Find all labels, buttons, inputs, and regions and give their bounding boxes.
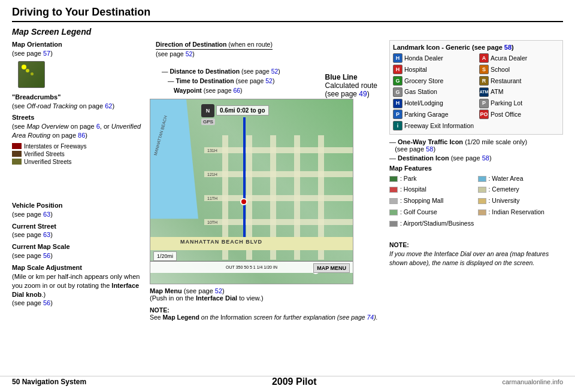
compass: N (201, 104, 214, 117)
legend-unverified: Unverified Streets (12, 159, 144, 165)
honda-icon: H (393, 53, 402, 63)
page-container: Driving to Your Destination Map Screen L… (0, 0, 575, 392)
position-marker (240, 198, 247, 205)
vehicle-position-page[interactable]: 63 (43, 211, 50, 218)
current-street-page[interactable]: 63 (43, 231, 50, 238)
bottom-note: NOTE: See Map Legend on the Information … (150, 306, 383, 321)
landmark-gas: G Gas Station (393, 87, 473, 97)
landmark-parking-garage: P Parking Garage (393, 110, 473, 120)
legend-interstate: Interstates or Freeways (12, 143, 144, 150)
shopping-swatch (389, 198, 398, 204)
destination-icon-page[interactable]: 58 (482, 154, 489, 162)
landmark-honda: H Honda Dealer (393, 53, 473, 63)
streets-legend: Interstates or Freeways Verified Streets… (12, 143, 144, 165)
feature-airport: : Airport/Stadium/Business (389, 218, 563, 229)
annotations-top: Direction of Destination (when en route)… (150, 40, 383, 99)
features-grid: : Park : Water Area : Hospital : Cemeter… (389, 174, 563, 229)
freeway-icon: i (393, 121, 402, 130)
note-body: If you move the Interface Dial over an a… (389, 250, 549, 266)
golf-swatch (389, 209, 398, 215)
water-swatch (478, 176, 486, 182)
scale-label: 1/20mi (153, 251, 177, 261)
verified-swatch (12, 151, 22, 157)
breadcrumbs-page[interactable]: 62 (105, 102, 112, 110)
note-page[interactable]: 74 (367, 314, 374, 321)
landmark-grid: H Honda Dealer A Acura Dealer H Hospital… (393, 53, 559, 131)
parking-garage-icon: P (393, 110, 402, 119)
indian-swatch (478, 209, 486, 215)
park-swatch (389, 176, 398, 182)
note-title: NOTE: (389, 241, 409, 248)
footer-right: carmanualonline.info (502, 378, 563, 385)
center-area: Direction of Destination (when en route)… (150, 40, 383, 321)
feature-hospital: : Hospital (389, 184, 475, 195)
map-menu-page[interactable]: 52 (215, 287, 222, 294)
map-orientation-item: Map Orientation (see page 57) (12, 40, 144, 58)
cemetery-swatch (478, 187, 486, 193)
center-panel: Direction of Destination (when en route)… (150, 40, 383, 321)
section-title: Map Screen Legend (12, 27, 563, 37)
map-scale-adj-page[interactable]: 56 (43, 299, 50, 306)
post-office-icon: PO (479, 110, 489, 119)
gas-icon: G (393, 87, 402, 97)
map-street-label-4: 10TH (207, 220, 217, 224)
breadcrumbs-thumbnail (18, 61, 144, 88)
footer-left: 50 Navigation System (12, 378, 86, 386)
left-panel: Map Orientation (see page 57) "Breadcrum… (12, 40, 144, 321)
distance-page[interactable]: 52 (271, 68, 279, 75)
landmark-freeway: i Freeway Exit Information (393, 121, 559, 131)
map-menu-button[interactable]: MAP MENU (313, 263, 350, 273)
spacer (12, 165, 144, 201)
distance-display: 0.6mi 0:02 to go (216, 105, 269, 116)
map-street-label-3: 11TH (207, 196, 217, 200)
map-street-label-2: 121H (207, 172, 217, 177)
feature-water: : Water Area (478, 174, 564, 184)
current-street-item: Current Street (see page 63) (12, 222, 144, 240)
landmark-grocery: G Grocery Store (393, 76, 473, 86)
streets-item: Streets (see Map Overview on page 6, or … (12, 113, 144, 140)
landmark-atm: ATM ATM (479, 87, 559, 97)
landmark-parking-lot: P Parking Lot (479, 98, 559, 108)
map-scale-adj-item: Map Scale Adjustment (Mile or km per hal… (12, 263, 144, 308)
breadcrumbs-item: "Breadcrumbs" (see Off-road Tracking on … (12, 93, 144, 111)
landmark-school: S School (479, 65, 559, 75)
feature-university: : University (478, 196, 564, 206)
parking-lot-icon: P (479, 99, 489, 108)
gps-label: GPS (201, 118, 215, 125)
streets-page2[interactable]: 86 (78, 132, 85, 139)
map-orientation-page[interactable]: 57 (43, 50, 50, 57)
blue-line-page[interactable]: 49 (359, 90, 367, 98)
streets-page1[interactable]: 6 (96, 123, 100, 130)
airport-swatch (389, 221, 398, 227)
main-content: Map Orientation (see page 57) "Breadcrum… (12, 40, 563, 321)
one-way-page[interactable]: 58 (426, 145, 433, 153)
one-way-item: — One-Way Traffic Icon (1/20 mile scale … (389, 138, 563, 153)
landmark-acura: A Acura Dealer (479, 53, 559, 63)
atm-icon: ATM (479, 87, 489, 97)
map-scale-page[interactable]: 56 (43, 252, 50, 259)
landmark-box: Landmark Icon - Generic (see page 58) H … (389, 40, 563, 135)
current-map-scale-item: Current Map Scale (see page 56) (12, 242, 144, 260)
feature-cemetery: : Cemetery (478, 184, 564, 195)
direction-page[interactable]: 52 (186, 50, 193, 57)
waypoint-page[interactable]: 66 (233, 87, 240, 94)
direction-annotation: Direction of Destination (when en route)… (156, 40, 273, 58)
route-line (243, 117, 246, 237)
feature-park: : Park (389, 174, 475, 184)
landmark-restaurant: R Restaurant (479, 76, 559, 86)
map-street-label-1: 131H (207, 148, 217, 153)
time-page[interactable]: 52 (265, 77, 273, 84)
restaurant-icon: R (479, 76, 489, 86)
landmark-page[interactable]: 58 (504, 44, 512, 51)
landmark-title: Landmark Icon - Generic (see page 58) (393, 44, 559, 51)
blue-line-annotation: Blue Line Calculated route(see page 49) (325, 73, 377, 98)
map-menu-annotation: Map Menu (see page 52) (Push in on the I… (150, 287, 383, 302)
note-section: NOTE: If you move the Interface Dial ove… (389, 232, 563, 268)
feature-indian: : Indian Reservation (478, 207, 564, 218)
school-icon: S (479, 65, 489, 74)
university-swatch (478, 198, 486, 204)
hospital-icon: H (393, 65, 402, 74)
feature-shopping: : Shopping Mall (389, 196, 475, 206)
map-orientation-label: Map Orientation (12, 41, 62, 48)
grocery-icon: G (393, 76, 402, 86)
